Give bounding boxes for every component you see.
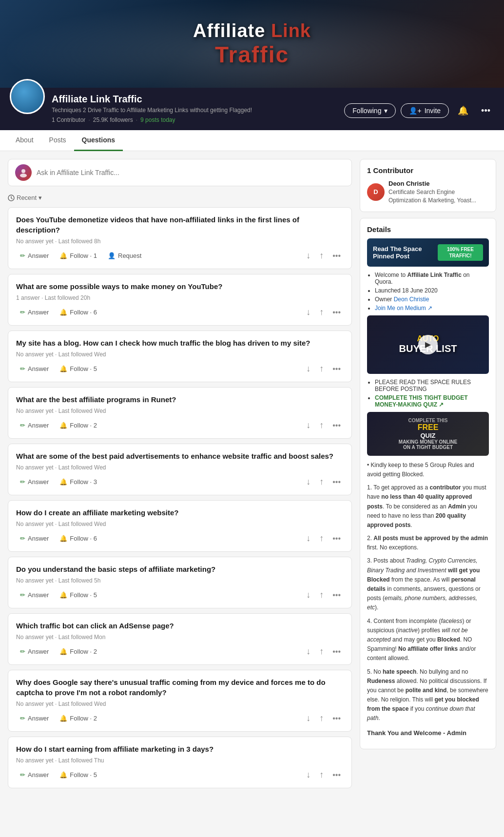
answer-label: Answer: [28, 591, 49, 599]
answer-button[interactable]: ✏Answer: [16, 533, 53, 544]
answer-button[interactable]: ✏Answer: [16, 476, 53, 487]
downvote-button[interactable]: ↓: [303, 476, 313, 488]
contributor-title: 1 Contributor: [367, 166, 489, 175]
answer-button[interactable]: ✏Answer: [16, 769, 53, 780]
follow-button[interactable]: 🔔Follow · 3: [56, 476, 101, 487]
upvote-button[interactable]: ↑: [316, 419, 327, 431]
invite-button[interactable]: 👤+ Invite: [401, 103, 449, 118]
question-title[interactable]: What are some possible ways to make mone…: [16, 281, 344, 292]
more-button[interactable]: •••: [330, 646, 344, 657]
upvote-button[interactable]: ↑: [316, 645, 327, 658]
upvote-button[interactable]: ↑: [316, 363, 327, 375]
more-button[interactable]: •••: [330, 307, 344, 318]
question-title[interactable]: Which traffic bot can click an AdSense p…: [16, 621, 344, 631]
follow-button[interactable]: 🔔Follow · 2: [56, 713, 101, 724]
tab-posts[interactable]: Posts: [41, 130, 74, 151]
pencil-icon: ✏: [20, 365, 25, 372]
upvote-button[interactable]: ↑: [316, 712, 327, 724]
answer-label: Answer: [28, 535, 49, 542]
more-button[interactable]: •••: [330, 251, 344, 261]
upvote-button[interactable]: ↑: [316, 306, 327, 318]
question-title[interactable]: My site has a blog. How can I check how …: [16, 338, 344, 348]
downvote-icon: ↓: [306, 251, 310, 260]
follow-button[interactable]: 🔔Follow · 2: [56, 646, 101, 657]
question-title[interactable]: How do I start earning from affiliate ma…: [16, 744, 344, 754]
bell-small-icon: 🔔: [59, 591, 67, 599]
rule-bullet-1: PLEASE READ THE SPACE RULES BEFORE POSTI…: [375, 379, 489, 392]
more-options-icon[interactable]: •••: [477, 104, 494, 118]
banner-title: Affiliate Link Traffic: [193, 20, 311, 68]
downvote-button[interactable]: ↓: [303, 419, 313, 431]
contributor-name[interactable]: Deon Christie: [388, 179, 489, 188]
downvote-button[interactable]: ↓: [303, 769, 313, 781]
owner-link[interactable]: Deon Christie: [394, 296, 429, 303]
more-button[interactable]: •••: [330, 590, 344, 601]
question-card: Why does Google say there's unusual traf…: [8, 670, 352, 732]
downvote-button[interactable]: ↓: [303, 532, 313, 545]
answer-button[interactable]: ✏Answer: [16, 363, 53, 374]
pinned-post-banner[interactable]: Read The Space Pinned Post 100% FREE TRA…: [367, 238, 489, 267]
tab-questions[interactable]: Questions: [74, 130, 123, 151]
upvote-button[interactable]: ↑: [316, 532, 327, 545]
downvote-icon: ↓: [306, 713, 310, 723]
play-button[interactable]: ▶: [418, 335, 438, 354]
follow-button[interactable]: 🔔Follow · 5: [56, 363, 101, 374]
answer-button[interactable]: ✏Answer: [16, 250, 53, 261]
question-title[interactable]: Do you understand the basic steps of aff…: [16, 564, 344, 574]
quiz-free-text: FREE: [399, 423, 457, 432]
quiz-banner[interactable]: COMPLETE THIS FREE QUIZ MAKING MONEY ONL…: [367, 412, 489, 456]
pencil-icon: ✏: [20, 771, 25, 779]
more-button[interactable]: •••: [330, 533, 344, 544]
question-title[interactable]: Does YouTube demonetize videos that have…: [16, 214, 344, 235]
follow-label: Follow · 1: [70, 252, 97, 259]
more-icon: •••: [332, 591, 341, 599]
pencil-icon: ✏: [20, 422, 25, 429]
question-title[interactable]: What are the best affiliate programs in …: [16, 394, 344, 405]
follow-button[interactable]: 🔔Follow · 5: [56, 589, 101, 601]
answer-button[interactable]: ✏Answer: [16, 307, 53, 318]
follow-button[interactable]: 🔔Follow · 1: [56, 250, 101, 261]
sort-recent-button[interactable]: Recent ▾: [8, 194, 42, 201]
more-button[interactable]: •••: [330, 477, 344, 487]
downvote-button[interactable]: ↓: [303, 712, 313, 724]
answer-button[interactable]: ✏Answer: [16, 646, 53, 657]
upvote-button[interactable]: ↑: [316, 589, 327, 601]
upvote-icon: ↑: [319, 307, 324, 317]
answer-label: Answer: [28, 365, 49, 372]
follow-button[interactable]: 🔔Follow · 6: [56, 533, 101, 544]
upvote-button[interactable]: ↑: [316, 769, 327, 781]
profile-section: Affiliate Link Traffic Techniques 2 Driv…: [0, 88, 504, 130]
question-title[interactable]: How do I create an affiliate marketing w…: [16, 507, 344, 518]
answer-button[interactable]: ✏Answer: [16, 420, 53, 431]
request-button[interactable]: 👤Request: [104, 250, 145, 261]
quiz-link[interactable]: COMPLETE THIS TIGHT BUDGET MONEY-MAKING …: [375, 394, 468, 408]
downvote-button[interactable]: ↓: [303, 363, 313, 375]
video-thumbnail[interactable]: AUTO BUYER LIST ▶: [367, 315, 489, 374]
downvote-button[interactable]: ↓: [303, 645, 313, 658]
follow-button[interactable]: 🔔Follow · 6: [56, 307, 101, 318]
bell-icon[interactable]: 🔔: [454, 103, 472, 118]
bell-small-icon: 🔔: [59, 478, 67, 486]
downvote-icon: ↓: [306, 646, 310, 656]
upvote-button[interactable]: ↑: [316, 250, 327, 262]
more-button[interactable]: •••: [330, 713, 344, 724]
medium-link[interactable]: Join Me on Medium ↗: [375, 305, 432, 311]
downvote-button[interactable]: ↓: [303, 589, 313, 601]
answer-button[interactable]: ✏Answer: [16, 589, 53, 601]
question-title[interactable]: Why does Google say there's unusual traf…: [16, 677, 344, 698]
downvote-button[interactable]: ↓: [303, 250, 313, 262]
answer-button[interactable]: ✏Answer: [16, 713, 53, 724]
more-button[interactable]: •••: [330, 364, 344, 374]
more-button[interactable]: •••: [330, 420, 344, 431]
more-button[interactable]: •••: [330, 770, 344, 780]
question-card: What are some of the best paid advertise…: [8, 444, 352, 495]
follow-button[interactable]: 🔔Follow · 5: [56, 769, 101, 780]
follow-button[interactable]: 🔔Follow · 2: [56, 420, 101, 431]
tab-about[interactable]: About: [8, 130, 41, 151]
answer-label: Answer: [28, 771, 49, 779]
downvote-button[interactable]: ↓: [303, 306, 313, 318]
question-title[interactable]: What are some of the best paid advertise…: [16, 451, 344, 461]
following-button[interactable]: Following ▾: [344, 103, 396, 118]
ask-input[interactable]: [37, 169, 345, 176]
upvote-button[interactable]: ↑: [316, 476, 327, 488]
